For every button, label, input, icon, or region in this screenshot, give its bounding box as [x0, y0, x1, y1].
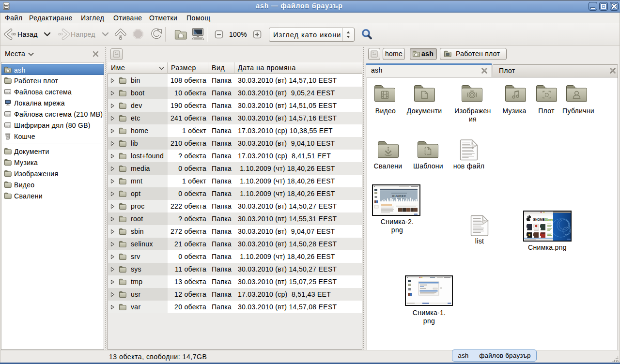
- svg-text:GUADEC: GUADEC: [392, 194, 406, 197]
- svg-text:GNOME: GNOME: [533, 218, 545, 221]
- svg-text:Store: Store: [545, 218, 553, 221]
